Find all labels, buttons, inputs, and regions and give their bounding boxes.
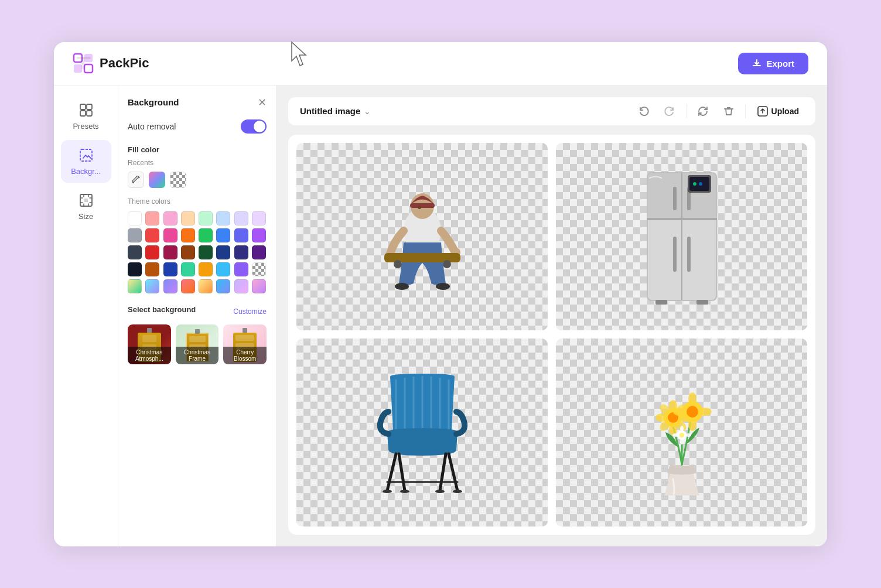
- color-pink2[interactable]: [163, 211, 177, 225]
- size-icon: [78, 192, 94, 208]
- color-darkpurple[interactable]: [252, 245, 266, 259]
- panel-title: Background: [128, 97, 179, 107]
- svg-rect-9: [87, 111, 92, 116]
- toolbar-separator-1: [686, 104, 687, 118]
- color-darkred[interactable]: [145, 245, 159, 259]
- color-violet[interactable]: [234, 262, 248, 276]
- template-label-2: Christmas Frame: [176, 347, 219, 364]
- color-grad3[interactable]: [163, 279, 177, 293]
- color-gray[interactable]: [128, 228, 142, 242]
- color-orange[interactable]: [181, 228, 195, 242]
- auto-removal-toggle[interactable]: [241, 119, 267, 134]
- svg-point-61: [688, 392, 696, 405]
- color-darkgray[interactable]: [128, 245, 142, 259]
- color-lilac[interactable]: [252, 211, 266, 225]
- theme-colors-label: Theme colors: [128, 197, 267, 206]
- bg-template-cherry[interactable]: Cherry Blossom: [223, 324, 267, 364]
- svg-point-69: [672, 433, 678, 437]
- color-indigo[interactable]: [234, 228, 248, 242]
- svg-rect-2: [74, 64, 82, 73]
- undo-button[interactable]: [634, 103, 653, 119]
- delete-button[interactable]: [719, 103, 738, 119]
- sidebar-item-background[interactable]: Backgr...: [61, 140, 111, 183]
- color-red[interactable]: [145, 228, 159, 242]
- color-amber[interactable]: [199, 262, 213, 276]
- svg-line-42: [399, 454, 405, 491]
- close-panel-button[interactable]: ✕: [258, 97, 267, 108]
- image-content-2: [556, 143, 807, 331]
- svg-line-41: [449, 454, 457, 491]
- color-teal[interactable]: [181, 262, 195, 276]
- image-cell-2[interactable]: [556, 143, 807, 331]
- color-blue2[interactable]: [216, 228, 230, 242]
- color-grad2[interactable]: [145, 279, 159, 293]
- select-bg-label: Select background: [128, 305, 196, 314]
- color-grad7[interactable]: [234, 279, 248, 293]
- image-content-1: [296, 143, 548, 331]
- upload-icon: [757, 106, 768, 117]
- background-icon: [78, 147, 94, 163]
- svg-point-62: [688, 418, 696, 431]
- image-cell-1[interactable]: [296, 143, 548, 331]
- sidebar-item-presets[interactable]: Presets: [61, 95, 111, 138]
- color-grad6[interactable]: [216, 279, 230, 293]
- color-darkgreen[interactable]: [199, 245, 213, 259]
- color-grad1[interactable]: [128, 279, 142, 293]
- color-green2[interactable]: [199, 228, 213, 242]
- background-panel: Background ✕ Auto removal Fill color Rec…: [118, 86, 276, 546]
- svg-point-52: [669, 423, 677, 435]
- sidebar: Presets Backgr...: [54, 86, 118, 546]
- upload-button[interactable]: Upload: [753, 104, 804, 119]
- customize-link[interactable]: Customize: [233, 307, 267, 316]
- logo: PackPic: [73, 53, 149, 74]
- svg-point-48: [435, 490, 445, 493]
- export-button[interactable]: Export: [738, 53, 808, 74]
- color-grad8[interactable]: [252, 279, 266, 293]
- svg-line-43: [440, 454, 446, 491]
- svg-point-17: [418, 206, 421, 209]
- bg-template-christmas-atm[interactable]: Christmas Atmosph...: [128, 324, 171, 364]
- color-navy[interactable]: [216, 245, 230, 259]
- color-purple[interactable]: [252, 228, 266, 242]
- svg-point-53: [655, 413, 667, 422]
- eyedropper-button[interactable]: [128, 172, 144, 188]
- color-white[interactable]: [128, 211, 142, 225]
- color-pink1[interactable]: [145, 211, 159, 225]
- bg-template-christmas-frame[interactable]: Christmas Frame: [176, 324, 219, 364]
- color-darkindigo[interactable]: [234, 245, 248, 259]
- color-grad5[interactable]: [199, 279, 213, 293]
- image-cell-3[interactable]: [296, 339, 548, 527]
- header: PackPic Export: [54, 42, 827, 86]
- auto-removal-label: Auto removal: [128, 122, 176, 131]
- color-transparent2[interactable]: [252, 262, 266, 276]
- color-black[interactable]: [128, 262, 142, 276]
- color-grad4[interactable]: [181, 279, 195, 293]
- svg-rect-6: [80, 104, 86, 110]
- canvas-area: Untitled image ⌄: [276, 86, 827, 546]
- chevron-down-icon[interactable]: ⌄: [364, 107, 371, 116]
- gradient-swatch[interactable]: [149, 172, 165, 188]
- color-sky[interactable]: [216, 262, 230, 276]
- color-hotpink[interactable]: [163, 228, 177, 242]
- color-blue1[interactable]: [216, 211, 230, 225]
- app-container: PackPic Export Presets: [54, 42, 827, 546]
- color-olive[interactable]: [181, 245, 195, 259]
- redo-button[interactable]: [660, 103, 679, 119]
- template-label-3: Cherry Blossom: [223, 347, 267, 364]
- color-peach[interactable]: [181, 211, 195, 225]
- color-darkpink[interactable]: [163, 245, 177, 259]
- background-label: Backgr...: [71, 167, 101, 176]
- color-darkblue[interactable]: [163, 262, 177, 276]
- color-tan[interactable]: [145, 262, 159, 276]
- sidebar-item-size[interactable]: Size: [61, 185, 111, 228]
- color-lavender[interactable]: [234, 211, 248, 225]
- svg-rect-30: [673, 187, 677, 210]
- svg-point-46: [453, 490, 462, 493]
- svg-rect-31: [673, 237, 677, 272]
- recents-label: Recents: [128, 159, 267, 167]
- transparent-swatch[interactable]: [170, 172, 186, 188]
- color-green1[interactable]: [199, 211, 213, 225]
- svg-point-21: [436, 283, 450, 290]
- refresh-button[interactable]: [694, 103, 712, 119]
- image-cell-4[interactable]: [556, 339, 807, 527]
